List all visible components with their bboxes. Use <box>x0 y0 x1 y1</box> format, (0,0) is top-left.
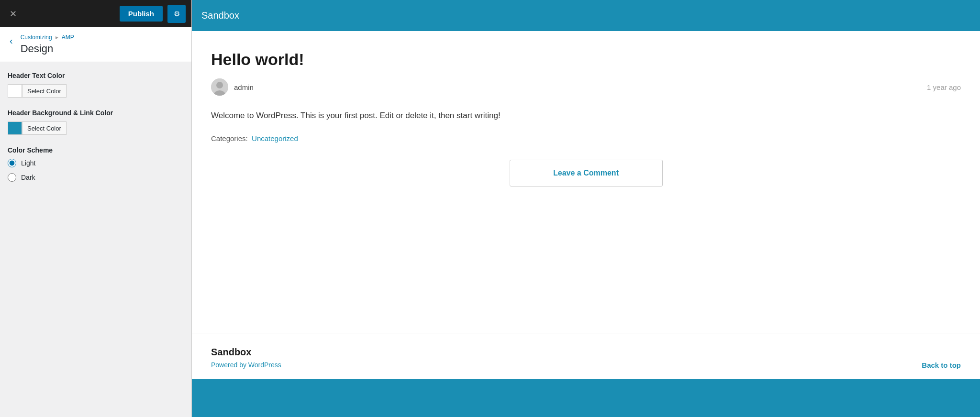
category-link[interactable]: Uncategorized <box>252 134 298 143</box>
close-icon: ✕ <box>10 9 17 19</box>
post-title: Hello world! <box>211 50 961 69</box>
color-scheme-dark-option[interactable]: Dark <box>8 173 184 182</box>
header-text-color-row: Select Color <box>8 84 184 98</box>
preview-site-header: Sandbox <box>192 0 980 31</box>
avatar <box>211 78 228 96</box>
color-scheme-radio-group: Light Dark <box>8 159 184 182</box>
back-button[interactable]: ‹ <box>8 36 15 45</box>
color-scheme-light-option[interactable]: Light <box>8 159 184 167</box>
breadcrumb-parent[interactable]: Customizing <box>21 34 52 41</box>
preview-post-content: Hello world! admin 1 year ago Welcome to… <box>192 31 980 333</box>
footer-site-name: Sandbox <box>211 347 281 358</box>
header-bg-link-color-section: Header Background & Link Color Select Co… <box>8 109 184 135</box>
leave-comment-button[interactable]: Leave a Comment <box>510 160 663 187</box>
preview-site-title: Sandbox <box>201 10 239 21</box>
back-to-top-link[interactable]: Back to top <box>922 361 961 369</box>
gear-icon: ⚙ <box>174 10 180 18</box>
color-scheme-dark-label: Dark <box>21 174 35 181</box>
post-meta: admin 1 year ago <box>211 78 961 96</box>
customizer-breadcrumb: ‹ Customizing ▸ AMP Design <box>0 27 191 62</box>
footer-site-info: Sandbox Powered by WordPress <box>211 347 281 369</box>
gear-button[interactable]: ⚙ <box>167 5 186 23</box>
header-text-color-select-button[interactable]: Select Color <box>22 84 67 98</box>
header-text-color-section: Header Text Color Select Color <box>8 72 184 98</box>
color-scheme-label: Color Scheme <box>8 146 184 154</box>
customizer-panel: ✕ Publish ⚙ ‹ Customizing ▸ AMP Design H… <box>0 0 191 417</box>
color-scheme-section: Color Scheme Light Dark <box>8 146 184 182</box>
header-text-color-swatch[interactable] <box>8 84 22 98</box>
publish-button[interactable]: Publish <box>120 6 163 22</box>
breadcrumb-child[interactable]: AMP <box>62 34 74 41</box>
post-meta-left: admin <box>211 78 254 96</box>
categories-line: Categories: Uncategorized <box>211 134 961 143</box>
preview-footer-bottom <box>192 379 980 417</box>
preview-area: Sandbox Hello world! admin 1 year ago We… <box>191 0 980 417</box>
breadcrumb-content: Customizing ▸ AMP Design <box>21 34 74 55</box>
svg-point-1 <box>216 82 223 88</box>
color-scheme-light-radio[interactable] <box>8 159 16 167</box>
preview-divider <box>192 333 980 333</box>
color-scheme-dark-radio[interactable] <box>8 173 16 182</box>
header-text-color-label: Header Text Color <box>8 72 184 79</box>
preview-footer-top: Sandbox Powered by WordPress Back to top <box>192 347 980 379</box>
breadcrumb: Customizing ▸ AMP <box>21 34 74 41</box>
customizer-body: Header Text Color Select Color Header Ba… <box>0 62 191 417</box>
powered-by-link[interactable]: Powered by WordPress <box>211 361 281 369</box>
author-name: admin <box>234 83 254 91</box>
section-title: Design <box>21 43 74 55</box>
header-bg-link-color-select-button[interactable]: Select Color <box>22 121 67 135</box>
customizer-topbar: ✕ Publish ⚙ <box>0 0 191 27</box>
categories-label: Categories: <box>211 134 248 143</box>
breadcrumb-separator: ▸ <box>56 34 58 41</box>
close-button[interactable]: ✕ <box>6 7 21 21</box>
header-bg-link-color-swatch[interactable] <box>8 121 22 135</box>
color-scheme-light-label: Light <box>21 159 35 167</box>
post-time: 1 year ago <box>927 83 961 91</box>
header-bg-link-color-row: Select Color <box>8 121 184 135</box>
header-bg-link-color-label: Header Background & Link Color <box>8 109 184 117</box>
post-body: Welcome to WordPress. This is your first… <box>211 109 961 123</box>
